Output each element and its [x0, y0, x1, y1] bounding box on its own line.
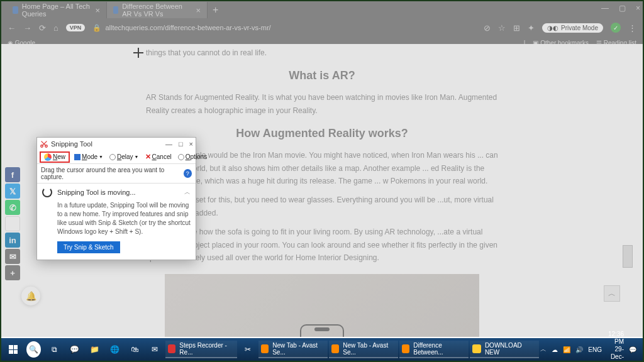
star-icon[interactable]: ☆ — [498, 23, 506, 33]
share-twitter[interactable]: 𝕏 — [5, 184, 20, 199]
system-tray: ︿ ☁ 📶 🔊 ENG 12:36 PM 29-Dec-21 💬 — [540, 331, 640, 362]
puzzle-icon[interactable]: ✦ — [528, 23, 535, 33]
window-title: Snipping Tool — [51, 140, 92, 148]
search-button[interactable]: 🔍 — [24, 341, 43, 358]
tab-home[interactable]: Home Page – All Tech Queries × — [6, 2, 107, 18]
vpn-badge[interactable]: VPN — [66, 24, 86, 31]
task-view-button[interactable]: ⧉ — [45, 341, 64, 358]
shield-check-icon[interactable]: ✓ — [611, 23, 621, 33]
cancel-icon: ✕ — [145, 153, 151, 161]
taskbar-item-avast1[interactable]: New Tab - Avast Se... — [258, 341, 328, 358]
snipping-tool-window: Snipping Tool — □ × New Mode ▼ Delay ▼ ✕… — [36, 137, 196, 260]
block-icon[interactable]: ⊘ — [484, 23, 491, 33]
snipping-tool-titlebar[interactable]: Snipping Tool — □ × — [37, 138, 196, 150]
share-more[interactable]: + — [5, 265, 20, 280]
share-facebook[interactable]: f — [5, 167, 20, 182]
close-window-icon[interactable]: × — [636, 4, 640, 13]
favicon-icon — [113, 6, 118, 14]
help-icon[interactable]: ? — [184, 169, 192, 178]
try-snip-sketch-button[interactable]: Try Snip & Sketch — [57, 241, 120, 253]
tray-clock[interactable]: 12:36 PM 29-Dec-21 — [607, 331, 624, 362]
home-icon[interactable]: ⌂ — [53, 23, 58, 33]
new-snip-icon — [44, 153, 52, 161]
taskbar-item-download[interactable]: DOWNLOAD NEW — [470, 341, 539, 358]
new-tab-button[interactable]: + — [208, 4, 223, 16]
chevron-up-icon[interactable]: ︿ — [184, 188, 191, 197]
tray-language[interactable]: ENG — [588, 346, 602, 353]
delay-button[interactable]: Delay ▼ — [108, 153, 141, 161]
tab-close-icon[interactable]: × — [196, 6, 201, 15]
tab-close-icon[interactable]: × — [95, 6, 100, 15]
start-button[interactable] — [4, 341, 23, 358]
heading-what-is-ar: What is AR? — [146, 69, 498, 82]
social-share-sidebar: f 𝕏 ✆ P in ✉ + — [5, 167, 20, 280]
paragraph: things that you cannot do in real life. — [146, 47, 498, 59]
maximize-icon[interactable]: ▢ — [619, 4, 626, 13]
tab-title: Home Page – All Tech Queries — [22, 3, 92, 18]
notification-bell-icon[interactable]: 🔔 — [21, 287, 40, 305]
taskbar-item-diff[interactable]: Difference Between... — [399, 341, 469, 358]
paragraph: ...u want to see how the sofa is going t… — [146, 226, 498, 264]
scrollbar-thumb[interactable] — [623, 245, 633, 268]
tray-chevron-icon[interactable]: ︿ — [540, 345, 547, 354]
snip-info-panel: Snipping Tool is moving... ︿ In a future… — [37, 183, 196, 260]
window-controls: — ▢ × — [601, 4, 640, 13]
clock-icon — [109, 154, 116, 160]
tray-wifi-icon[interactable]: 📶 — [563, 346, 570, 353]
share-linkedin[interactable]: in — [5, 233, 20, 248]
store-button[interactable]: 🛍 — [125, 341, 144, 358]
gear-icon — [178, 154, 184, 160]
maximize-icon[interactable]: □ — [179, 140, 183, 148]
edge-button[interactable]: 🌐 — [105, 341, 124, 358]
app-icon — [472, 344, 481, 353]
tray-cloud-icon[interactable]: ☁ — [552, 346, 558, 353]
share-pinterest[interactable]: P — [5, 216, 20, 231]
phone-outline-icon — [300, 324, 344, 337]
scroll-to-top-button[interactable]: ︿ — [604, 285, 620, 302]
menu-icon[interactable]: ⋮ — [628, 23, 636, 33]
chevron-down-icon: ▼ — [99, 155, 103, 159]
mode-icon — [74, 154, 80, 160]
mail-button[interactable]: ✉ — [145, 341, 164, 358]
apps-icon[interactable]: ⊞ — [513, 23, 520, 33]
tab-title: Difference Between AR Vs VR Vs — [122, 3, 192, 18]
share-whatsapp[interactable]: ✆ — [5, 200, 20, 215]
paragraph: ...quire a Headset for this, but you nee… — [146, 194, 498, 219]
tab-article[interactable]: Difference Between AR Vs VR Vs × — [107, 2, 208, 18]
forward-icon[interactable]: → — [23, 23, 31, 33]
explorer-button[interactable]: 📁 — [85, 341, 104, 358]
search-icon: 🔍 — [26, 341, 41, 358]
chat-button[interactable]: 💬 — [65, 341, 84, 358]
nav-bar: ← → ⟳ ⌂ VPN 🔒 alltechqueries.com/differe… — [1, 19, 643, 36]
cancel-button[interactable]: ✕ Cancel — [143, 152, 174, 162]
new-snip-button[interactable]: New — [42, 153, 67, 162]
snip-info-header[interactable]: Snipping Tool is moving... ︿ — [42, 187, 191, 197]
minimize-icon[interactable]: — — [165, 140, 172, 148]
snipping-taskbar-button[interactable]: ✂ — [238, 341, 257, 358]
app-icon — [402, 344, 409, 353]
taskbar-item-steps[interactable]: Steps Recorder - Re... — [165, 341, 237, 358]
options-button[interactable]: Options — [176, 153, 209, 161]
private-mode-badge[interactable]: ◑◐ Private Mode — [542, 23, 603, 33]
paragraph: AR Stands for Augmented Reality. It is w… — [146, 91, 498, 117]
app-icon — [331, 344, 339, 353]
share-email[interactable]: ✉ — [5, 249, 20, 264]
minimize-icon[interactable]: — — [601, 4, 609, 13]
article-body: things that you cannot do in real life. … — [146, 44, 498, 337]
heading-how-ar-works: How Augmented Reality works? — [146, 127, 498, 140]
tray-notifications-icon[interactable]: 💬 — [629, 346, 636, 353]
mode-button[interactable]: Mode ▼ — [72, 153, 105, 161]
close-icon[interactable]: × — [189, 140, 193, 148]
taskbar-item-avast2[interactable]: New Tab - Avast Se... — [329, 341, 398, 358]
snip-hint-bar: Drag the cursor around the area you want… — [37, 164, 196, 183]
info-body: In a future update, Snipping Tool will b… — [42, 201, 191, 236]
windows-icon — [9, 345, 18, 354]
url-text: alltechqueries.com/difference-between-ar… — [105, 24, 270, 31]
tray-volume-icon[interactable]: 🔊 — [575, 346, 583, 353]
address-bar[interactable]: 🔒 alltechqueries.com/difference-between-… — [92, 24, 476, 32]
favicon-icon — [13, 6, 18, 14]
back-icon[interactable]: ← — [8, 23, 16, 33]
reload-icon[interactable]: ⟳ — [39, 23, 46, 33]
app-icon — [168, 344, 175, 353]
app-icon — [261, 344, 269, 353]
